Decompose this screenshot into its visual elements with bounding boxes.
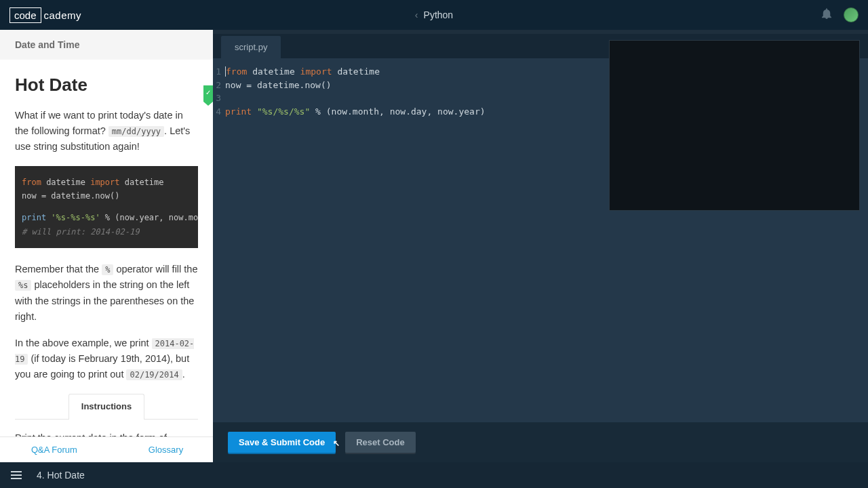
breadcrumb[interactable]: ‹ Python <box>415 9 453 20</box>
editor-area: script.py 1 2 3 4 from datetime import d… <box>213 30 868 462</box>
qa-forum-link[interactable]: Q&A Forum <box>0 445 119 455</box>
output-pane <box>609 40 860 211</box>
inline-code: mm/dd/yyyy <box>108 126 164 137</box>
bell-icon[interactable] <box>822 8 831 22</box>
section-title: Date and Time <box>0 30 213 60</box>
avatar[interactable] <box>844 7 859 22</box>
sidebar-footer: Q&A Forum Glossary <box>0 436 213 462</box>
lesson-indicator[interactable]: 4. Hot Date <box>37 470 85 481</box>
app-header: code cademy ‹ Python <box>0 0 868 30</box>
lesson-title: Hot Date <box>15 75 198 96</box>
instructions-text: Print the current date in the form of <box>15 430 198 436</box>
glossary-link[interactable]: Glossary <box>119 445 213 455</box>
logo-text: cademy <box>44 9 82 21</box>
lesson-paragraph: In the above example, we print 2014-02-1… <box>15 336 198 383</box>
bookmark-icon[interactable]: ✓ <box>203 85 213 102</box>
logo-box: code <box>9 7 41 23</box>
menu-icon[interactable] <box>11 471 22 479</box>
chevron-left-icon: ‹ <box>415 9 418 20</box>
save-submit-button[interactable]: Save & Submit Code ↖ <box>228 432 336 453</box>
lesson-paragraph: What if we want to print today's date in… <box>15 108 198 155</box>
lesson-paragraph: Remember that the % operator will fill t… <box>15 262 198 325</box>
lesson-content: Hot Date What if we want to print today'… <box>0 60 213 436</box>
instructions-tab[interactable]: Instructions <box>68 394 144 420</box>
cursor-icon: ↖ <box>333 439 340 448</box>
bottom-bar: 4. Hot Date <box>0 462 868 488</box>
tab-file[interactable]: script.py <box>221 36 281 58</box>
editor-footer: Save & Submit Code ↖ Reset Code <box>213 422 868 462</box>
logo[interactable]: code cademy <box>9 7 81 23</box>
code-example: from datetime import datetime now = date… <box>15 166 198 249</box>
breadcrumb-label: Python <box>424 9 454 20</box>
lesson-sidebar: Date and Time ✓ Hot Date What if we want… <box>0 30 213 462</box>
reset-code-button[interactable]: Reset Code <box>345 432 416 453</box>
line-gutter: 1 2 3 4 <box>213 65 225 422</box>
